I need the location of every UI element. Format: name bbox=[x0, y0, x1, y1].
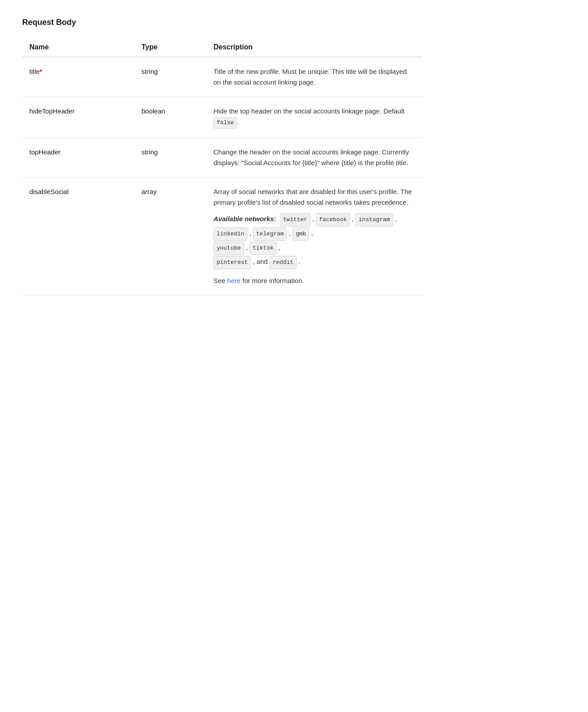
field-name-title: title* bbox=[22, 57, 134, 97]
network-instagram: instagram bbox=[355, 213, 393, 227]
for-more-text: for more information. bbox=[241, 277, 304, 284]
and-text: , and bbox=[253, 258, 270, 265]
network-reddit: reddit bbox=[270, 256, 297, 269]
field-name-hideTopHeader: hideTopHeader bbox=[22, 97, 134, 138]
network-telegram: telegram bbox=[253, 227, 287, 241]
network-youtube: youtube bbox=[213, 242, 244, 255]
field-name-topHeader: topHeader bbox=[22, 138, 134, 177]
field-desc-topHeader: Change the header on the social accounts… bbox=[206, 138, 423, 177]
network-tiktok: tiktok bbox=[250, 242, 277, 255]
networks-line: Available networks: twitter , facebook ,… bbox=[213, 212, 415, 269]
field-desc-hideTopHeader: Hide the top header on the social accoun… bbox=[206, 97, 423, 138]
col-header-name: Name bbox=[22, 38, 134, 57]
desc-text-after: . bbox=[237, 118, 239, 125]
code-tag-false: false bbox=[213, 117, 237, 129]
table-row: disableSocial array Array of social netw… bbox=[22, 177, 423, 295]
required-star: * bbox=[40, 68, 42, 75]
table-row: hideTopHeader boolean Hide the top heade… bbox=[22, 97, 423, 138]
field-desc-disableSocial: Array of social networks that are disabl… bbox=[206, 177, 423, 295]
field-type-hideTopHeader: boolean bbox=[134, 97, 206, 138]
see-text: See bbox=[213, 277, 227, 284]
col-header-description: Description bbox=[206, 38, 423, 57]
table-row: title* string Title of the new profile. … bbox=[22, 57, 423, 97]
desc-disable-social-main: Array of social networks that are disabl… bbox=[213, 188, 412, 206]
available-networks-label: Available networks: bbox=[213, 215, 276, 222]
desc-text-before: Hide the top header on the social accoun… bbox=[213, 107, 404, 115]
here-link[interactable]: here bbox=[227, 277, 241, 284]
col-header-type: Type bbox=[134, 38, 206, 57]
section-title: Request Body bbox=[22, 18, 423, 27]
network-gmb: gmb bbox=[293, 227, 309, 241]
table-row: topHeader string Change the header on th… bbox=[22, 138, 423, 177]
network-twitter: twitter bbox=[280, 213, 310, 227]
field-type-topHeader: string bbox=[134, 138, 206, 177]
field-name-disableSocial: disableSocial bbox=[22, 177, 134, 295]
see-here-line: See here for more information. bbox=[213, 275, 415, 286]
field-type-title: string bbox=[134, 57, 206, 97]
field-desc-title: Title of the new profile. Must be unique… bbox=[206, 57, 423, 97]
network-pinterest: pinterest bbox=[213, 256, 251, 269]
request-body-table: Name Type Description title* string Titl… bbox=[22, 38, 423, 295]
network-linkedin: linkedin bbox=[213, 227, 247, 241]
field-name-text: title bbox=[29, 68, 40, 75]
field-type-disableSocial: array bbox=[134, 177, 206, 295]
network-facebook: facebook bbox=[316, 213, 350, 227]
